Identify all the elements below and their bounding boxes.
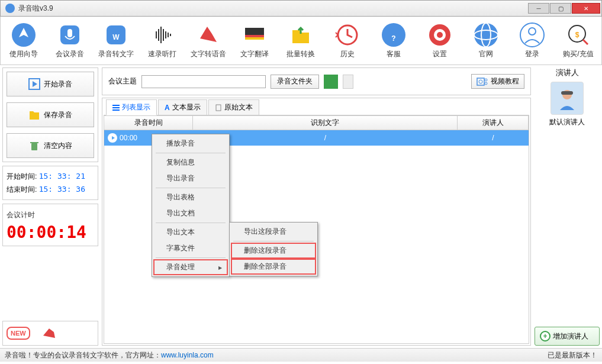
- toolbar-batch[interactable]: 批量转换: [282, 19, 319, 62]
- cell-time: 00:00: [120, 134, 137, 142]
- trash-icon: [28, 140, 40, 152]
- add-speaker-button[interactable]: + 增加演讲人: [535, 327, 600, 346]
- svg-point-22: [474, 23, 498, 47]
- toolbar-login[interactable]: 登录: [514, 19, 551, 62]
- menu-export-audio[interactable]: 导出录音: [153, 170, 228, 186]
- toolbar-rec-to-text[interactable]: W录音转文字: [98, 19, 134, 62]
- speaker-name: 默认演讲人: [549, 117, 585, 127]
- menu-export-table[interactable]: 导出表格: [153, 189, 228, 205]
- toolbar-buy[interactable]: $购买/充值: [560, 19, 597, 62]
- cell-text: /: [193, 134, 458, 142]
- menu-play[interactable]: 播放录音: [153, 136, 228, 152]
- svg-rect-38: [112, 109, 120, 111]
- statusbar: 录音啦！专业的会议录音转文字软件，官方网址：www.luyinla.com 已是…: [0, 348, 602, 362]
- menu-subtitle[interactable]: 字幕文件: [153, 240, 228, 256]
- svg-rect-39: [216, 105, 221, 111]
- camera-icon: [477, 77, 488, 86]
- toolbar-guide[interactable]: 使用向导: [5, 19, 42, 62]
- tab-raw-view[interactable]: 原始文本: [208, 99, 259, 115]
- svg-text:?: ?: [391, 34, 395, 43]
- svg-rect-41: [561, 91, 573, 95]
- text-icon: A: [165, 104, 170, 112]
- doc-icon: [215, 104, 222, 111]
- svg-point-21: [437, 32, 443, 38]
- play-icon[interactable]: [108, 133, 117, 143]
- topic-band: 会议主题 录音文件夹 视频教程: [102, 67, 531, 95]
- submenu: 导出这段录音 删除这段录音 删除全部录音: [229, 222, 318, 276]
- context-menu: 播放录音 复制信息 导出录音 导出表格 导出文档 导出文本 字幕文件 录音处理 …: [152, 134, 230, 277]
- record-folder-button[interactable]: 录音文件夹: [271, 75, 319, 89]
- start-record-button[interactable]: 开始录音: [7, 72, 94, 96]
- footer-link[interactable]: www.luyinla.com: [161, 351, 214, 359]
- toolbar-fast-type[interactable]: 速录听打: [144, 19, 181, 62]
- video-tutorial-button[interactable]: 视频教程: [471, 74, 524, 89]
- start-time-value: 15: 33: 21: [39, 172, 85, 181]
- th-time[interactable]: 录音时间: [104, 116, 193, 130]
- maximize-button[interactable]: ▢: [550, 3, 571, 14]
- timer-label: 会议计时: [7, 210, 94, 220]
- close-button[interactable]: ✕: [572, 3, 600, 14]
- new-badge[interactable]: NEW: [7, 327, 30, 340]
- list-icon: [112, 104, 120, 111]
- record-table: 录音时间 识别文字 演讲人 00:00 / / 播放录音 复制信息 导出录音 导…: [104, 115, 529, 344]
- svg-text:W: W: [112, 33, 120, 41]
- svg-point-33: [479, 80, 482, 83]
- color-indicator[interactable]: [324, 75, 338, 89]
- end-time-label: 结束时间:: [7, 185, 37, 194]
- svg-point-26: [529, 28, 536, 35]
- play-icon: [28, 78, 40, 90]
- topic-input[interactable]: [141, 75, 266, 88]
- tabs: 列表显示 A文本显示 原始文本: [104, 99, 529, 115]
- toolbar-website[interactable]: 官网: [468, 19, 504, 62]
- svg-point-34: [485, 79, 487, 81]
- toolbar-translate[interactable]: 文字翻译: [236, 19, 273, 62]
- th-speaker[interactable]: 演讲人: [458, 116, 529, 130]
- speakers-title: 演讲人: [535, 67, 600, 78]
- toolbar-meeting-record[interactable]: 会议录音: [51, 19, 88, 62]
- menu-audio-process[interactable]: 录音处理: [153, 259, 228, 275]
- cell-speaker: /: [458, 134, 529, 142]
- start-time-label: 开始时间:: [7, 172, 37, 181]
- svg-rect-31: [30, 142, 38, 143]
- avatar: [551, 82, 584, 115]
- tab-text-view[interactable]: A文本显示: [158, 99, 207, 115]
- menu-export-text[interactable]: 导出文本: [153, 224, 228, 240]
- status-indicator: [343, 75, 353, 89]
- folder-icon: [28, 109, 40, 121]
- svg-rect-30: [31, 143, 37, 150]
- th-text[interactable]: 识别文字: [193, 116, 458, 130]
- topic-label: 会议主题: [108, 76, 137, 86]
- toolbar-settings[interactable]: 设置: [421, 19, 458, 62]
- toolbar-support[interactable]: ?客服: [375, 19, 412, 62]
- footer-version: 已是最新版本！: [548, 350, 597, 360]
- svg-rect-2: [67, 29, 72, 37]
- speaker-default[interactable]: 默认演讲人: [535, 82, 600, 127]
- menu-copy[interactable]: 复制信息: [153, 154, 228, 170]
- svg-rect-13: [245, 28, 264, 35]
- svg-rect-37: [112, 107, 120, 108]
- save-record-button[interactable]: 保存录音: [7, 102, 94, 127]
- svg-rect-32: [477, 78, 484, 85]
- menu-export-doc[interactable]: 导出文档: [153, 205, 228, 221]
- svg-text:$: $: [575, 31, 580, 39]
- titlebar: 录音啦v3.9 ─ ▢ ✕: [0, 0, 602, 17]
- svg-rect-15: [245, 37, 264, 40]
- minimize-button[interactable]: ─: [528, 3, 549, 14]
- tab-list-view[interactable]: 列表显示: [106, 99, 157, 115]
- timer-value: 00:00:14: [7, 223, 94, 242]
- toolbar-history[interactable]: 历史: [329, 19, 366, 62]
- end-time-value: 15: 33: 36: [39, 185, 85, 194]
- svg-point-35: [485, 82, 487, 85]
- submenu-export-clip[interactable]: 导出这段录音: [231, 224, 316, 240]
- app-icon: [5, 4, 15, 13]
- times-panel: 开始时间: 15: 33: 21 结束时间: 15: 33: 36: [2, 166, 98, 200]
- submenu-delete-all[interactable]: 删除全部录音: [231, 259, 316, 275]
- svg-rect-14: [245, 35, 264, 37]
- horn-icon[interactable]: [41, 325, 57, 342]
- window-title: 录音啦v3.9: [18, 4, 528, 14]
- main-toolbar: 使用向导 会议录音 W录音转文字 速录听打 文字转语音 文字翻译 批量转换 历史…: [0, 17, 602, 65]
- submenu-delete-clip[interactable]: 删除这段录音: [231, 243, 316, 259]
- toolbar-tts[interactable]: 文字转语音: [190, 19, 227, 62]
- timer-panel: 会议计时 00:00:14: [2, 204, 98, 246]
- clear-button[interactable]: 清空内容: [7, 133, 94, 158]
